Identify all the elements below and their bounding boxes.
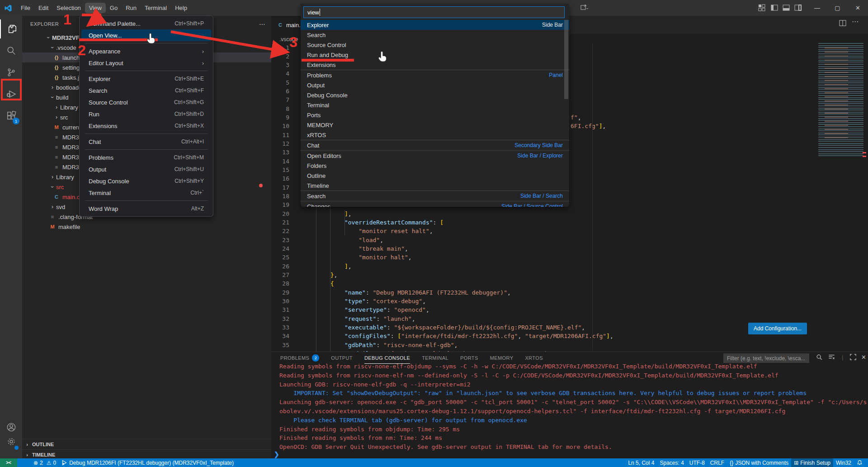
quick-pick-item-ports[interactable]: Ports [301, 110, 569, 120]
view-menu-item-command-palette[interactable]: Command Palette...Ctrl+Shift+P [81, 18, 211, 29]
clear-console-icon[interactable] [828, 354, 835, 360]
line-number: 9 [277, 113, 289, 122]
menu-view[interactable]: View [85, 3, 106, 13]
quick-pick-item-detail: Side Bar / Search [520, 193, 563, 199]
menu-go[interactable]: Go [106, 3, 122, 13]
quick-pick-item-folders[interactable]: Folders [301, 161, 569, 171]
view-menu-item-problems[interactable]: ProblemsCtrl+Shift+M [81, 152, 211, 163]
activity-extensions-icon[interactable]: 1 [0, 106, 22, 125]
view-menu-item-extensions[interactable]: ExtensionsCtrl+Shift+X [81, 120, 211, 132]
view-menu-item-debug-console[interactable]: Debug ConsoleCtrl+Shift+Y [81, 175, 211, 187]
tree-item-makefile[interactable]: Mmakefile [22, 222, 298, 232]
quick-pick-scrollbar[interactable] [564, 20, 568, 99]
toggle-secondary-sidebar-icon[interactable] [792, 2, 804, 14]
quick-pick-item-detail: Secondary Side Bar [514, 142, 563, 148]
outline-section[interactable]: › OUTLINE [22, 439, 271, 449]
quick-pick-item-explorer[interactable]: ExplorerSide Bar [301, 20, 569, 30]
close-panel-icon[interactable]: ✕ [861, 354, 866, 361]
view-menu-item-word-wrap[interactable]: Word WrapAlt+Z [81, 203, 211, 214]
quick-pick-input[interactable]: view [303, 6, 565, 18]
quick-pick-item-label: Extensions [307, 62, 336, 68]
quick-pick-item-open-editors[interactable]: Open EditorsSide Bar / Explorer [301, 151, 569, 161]
status-encoding-label: UTF-8 [689, 460, 705, 466]
quick-pick-item-chat[interactable]: ChatSecondary Side Bar [301, 140, 569, 150]
explorer-more-actions-icon[interactable]: ⋯ [259, 20, 266, 28]
run-task-dropdown-icon[interactable] [579, 2, 590, 14]
view-menu-item-output[interactable]: OutputCtrl+Shift+U [81, 163, 211, 175]
quick-pick-item-changes[interactable]: ChangesSide Bar / Source Control [301, 201, 569, 207]
console-line: Finished reading symbols from nm: Time: … [279, 434, 442, 443]
view-menu-item-open-view[interactable]: Open View... [81, 29, 211, 41]
status-language-mode[interactable]: {}JSON with Comments [727, 460, 791, 466]
console-filter-input[interactable]: Filter (e.g. text, !exclude, \esca... [723, 353, 809, 363]
view-menu-item-chat[interactable]: ChatCtrl+Alt+I [81, 136, 211, 148]
console-prompt-icon[interactable]: ❯ [274, 451, 279, 458]
quick-pick-item-problems[interactable]: ProblemsPanel [301, 70, 569, 80]
line-number: 2 [277, 52, 289, 61]
view-menu-item-editor-layout[interactable]: Editor Layout› [81, 57, 211, 69]
split-editor-icon[interactable] [839, 19, 846, 27]
settings-gear-icon[interactable] [0, 432, 22, 451]
view-menu-item-run[interactable]: RunCtrl+Shift+D [81, 108, 211, 120]
status-eol[interactable]: CRLF [708, 460, 727, 466]
menu-item-label: Run [89, 111, 99, 118]
errors-icon: ⊗ [33, 460, 38, 466]
quick-pick-item-extensions[interactable]: Extensions [301, 60, 569, 70]
json-file-icon: {} [53, 75, 60, 80]
minimap[interactable] [818, 43, 863, 156]
quick-pick-item-outline[interactable]: Outline [301, 171, 569, 181]
customize-layout-icon[interactable] [756, 2, 768, 14]
view-menu-item-appearance[interactable]: Appearance› [81, 45, 211, 57]
language-mode-icon: {} [730, 460, 733, 466]
tree-chevron-icon: › [49, 44, 56, 51]
view-menu-item-explorer[interactable]: ExplorerCtrl+Shift+E [81, 73, 211, 85]
view-menu-item-search[interactable]: SearchCtrl+Shift+F [81, 85, 211, 96]
view-menu-item-source-control[interactable]: Source ControlCtrl+Shift+G [81, 96, 211, 108]
problems-status[interactable]: ⊗ 2 ⚠ 0 [31, 460, 59, 466]
quick-pick-item-run-and-debug[interactable]: Run and Debug [301, 50, 569, 60]
code-line: "tbreak main", [302, 244, 408, 253]
search-icon[interactable] [816, 354, 822, 360]
activity-explorer-icon[interactable] [0, 19, 23, 38]
menu-selection[interactable]: Selection [52, 3, 85, 13]
quick-pick-item-terminal[interactable]: Terminal [301, 100, 569, 110]
quick-pick-item-timeline[interactable]: Timeline [301, 181, 569, 191]
list-file-icon: ≡ [53, 154, 60, 160]
status-platform[interactable]: Win32 [833, 460, 854, 466]
activity-source-control-icon[interactable] [0, 63, 22, 82]
menu-terminal[interactable]: Terminal [141, 3, 171, 13]
maximize-button[interactable]: ▢ [827, 0, 848, 16]
notifications-bell-icon[interactable] [854, 460, 868, 466]
close-button[interactable]: ✕ [848, 0, 868, 16]
breadcrumb[interactable]: .vscode › [279, 35, 302, 44]
debug-launch-status[interactable]: Debug MDR1206FI (FT2232HL debugger) (MDR… [59, 460, 236, 466]
activity-search-icon[interactable] [0, 41, 22, 60]
toggle-panel-icon[interactable] [780, 2, 792, 14]
view-menu-item-terminal[interactable]: TerminalCtrl+` [81, 187, 211, 199]
maximize-panel-icon[interactable] [850, 354, 856, 360]
menu-help[interactable]: Help [171, 3, 191, 13]
remote-indicator[interactable]: >< [0, 458, 17, 467]
add-configuration-button[interactable]: Add Configuration... [748, 323, 807, 334]
quick-pick-item-debug-console[interactable]: Debug Console [301, 90, 569, 100]
editor-more-actions-icon[interactable]: ⋯ [852, 18, 859, 26]
menu-run[interactable]: Run [122, 3, 141, 13]
quick-pick-item-search[interactable]: SearchSide Bar / Search [301, 191, 569, 201]
submenu-chevron-icon: › [202, 48, 204, 55]
menu-edit[interactable]: Edit [34, 3, 52, 13]
menu-file[interactable]: File [17, 3, 34, 13]
status-cursor-position[interactable]: Ln 5, Col 4 [625, 460, 657, 466]
quick-pick-item-memory[interactable]: MEMORY [301, 120, 569, 130]
status-encoding[interactable]: UTF-8 [687, 460, 708, 466]
status-finish-setup[interactable]: ⊞Finish Setup [791, 460, 833, 466]
breadcrumb-folder[interactable]: .vscode [279, 36, 298, 43]
minimize-button[interactable]: — [807, 0, 827, 16]
quick-pick-item-xrtos[interactable]: xRTOS [301, 130, 569, 140]
toggle-primary-sidebar-icon[interactable] [769, 2, 780, 14]
status-indentation[interactable]: Spaces: 4 [657, 460, 686, 466]
quick-pick-item-source-control[interactable]: Source Control [301, 40, 569, 50]
activity-run-debug-icon[interactable] [0, 85, 22, 104]
quick-pick-item-label: Terminal [307, 102, 329, 109]
quick-pick-item-output[interactable]: Output [301, 80, 569, 90]
quick-pick-item-search[interactable]: Search [301, 30, 569, 40]
